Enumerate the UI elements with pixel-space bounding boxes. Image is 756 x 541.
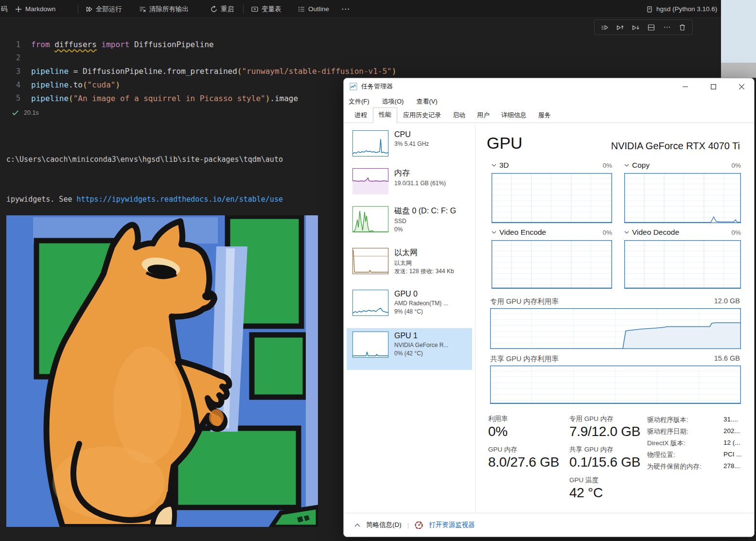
task-manager-icon [350,83,357,90]
tab-bar: 进程 性能 应用历史记录 启动 用户 详细信息 服务 [344,108,754,123]
chart-label-copy: Copy0% [624,161,741,170]
menu-file[interactable]: 文件(F) [349,97,369,106]
detail-driver-date: 驱动程序日期:202... [647,427,740,436]
detail-driver-version: 驱动程序版本:31.... [647,416,740,424]
detail-hardware-reserved-memory: 为硬件保留的内存:278... [647,462,740,471]
chart-label-video-decode: Video Decode0% [624,228,741,237]
menu-view[interactable]: 查看(V) [416,97,437,106]
sidebar-item-ethernet[interactable]: 以太网以太网发送: 128 接收: 344 Kb [347,244,472,286]
stat-utilization: 利用率0% [488,415,508,439]
outline-button[interactable]: Outline [298,0,329,18]
chevron-down-icon [492,231,496,234]
cpu-sparkline [352,130,388,157]
stat-shared-memory: 共享 GPU 内存0.1/15.6 GB [569,445,640,470]
toolbar-separator [78,4,78,14]
memory-sparkline [352,168,388,194]
success-check-icon [12,109,19,116]
line-number: 1 [0,40,31,49]
kernel-icon [646,5,653,13]
desktop: { "vscode": { "toolbar": { "partial": "码… [0,0,756,541]
menu-options[interactable]: 选项(O) [382,97,404,106]
run-all-icon [85,5,93,13]
run-all-button[interactable]: 全部运行 [85,0,122,18]
task-manager-footer: 简略信息(D) | 打开资源监视器 [344,513,754,537]
chevron-down-icon [624,231,629,234]
background-window-pane [721,0,756,63]
sidebar-item-cpu[interactable]: CPU3% 5.41 GHz [347,127,472,165]
clear-outputs-button[interactable]: 清除所有输出 [139,0,189,18]
maximize-button[interactable] [702,78,724,95]
window-title: 任务管理器 [361,82,393,91]
notebook-toolbar: 码 Markdown 全部运行 清除所有输出 重启 变量表 Outline ⋯ … [0,0,721,18]
restart-button[interactable]: 重启 [210,0,234,18]
tab-users[interactable]: 用户 [471,108,495,122]
stat-dedicated-memory: 专用 GPU 内存7.9/12.0 GB [569,415,640,439]
more-actions-button[interactable]: ⋯ [341,0,350,18]
clear-outputs-icon [139,5,146,13]
add-markdown-button[interactable]: Markdown [15,0,55,18]
line-number: 4 [0,81,31,89]
restart-icon [210,5,218,13]
chevron-down-icon [492,164,496,167]
detail-physical-location: 物理位置:PCI ... [647,451,740,459]
gpu-performance-panel: GPU NVIDIA GeForce RTX 4070 Ti 3D0% Copy… [482,123,754,512]
delete-cell-icon[interactable] [678,22,687,32]
tab-startup[interactable]: 启动 [447,108,471,122]
sidebar-item-gpu1[interactable]: GPU 1NVIDIA GeForce R...0% (42 °C) [347,328,472,370]
shared-memory-chart [490,366,741,404]
variables-button[interactable]: 变量表 [251,0,281,18]
chevron-up-icon [354,523,360,527]
resource-monitor-icon [415,521,423,529]
kernel-label: hgsd (Python 3.10.6) [656,5,717,13]
run-above-icon[interactable] [615,22,625,32]
shared-memory-label: 共享 GPU 内存利用率 [490,354,559,364]
variables-icon [251,5,259,13]
plus-icon [15,5,22,13]
kernel-picker[interactable]: hgsd (Python 3.10.6) [646,0,717,18]
cell-execution-status: 20.1s [12,109,39,116]
stat-gpu-memory: GPU 内存8.0/27.6 GB [488,445,559,470]
toolbar-separator [243,4,244,14]
code-line: 1from diffusers import DiffusionPipeline [0,38,720,52]
run-by-line-icon[interactable] [599,22,609,32]
sidebar-item-memory[interactable]: 内存19.0/31.1 GB (61%) [347,165,472,203]
outline-icon [298,5,305,13]
3d-usage-chart [492,173,612,223]
tab-details[interactable]: 详细信息 [495,108,532,122]
sidebar-divider [475,124,475,512]
performance-sidebar: CPU3% 5.41 GHz 内存19.0/31.1 GB (61%) 磁盘 0… [347,127,472,370]
background-window-strip [721,63,756,78]
gpu-heading: GPU [487,134,523,153]
cell-toolbar: ⋯ [594,19,693,35]
dedicated-memory-chart [490,308,741,349]
chart-label-video-encode: Video Encode0% [492,228,612,237]
chevron-down-icon [624,164,629,167]
video-decode-chart [624,240,741,289]
dedicated-memory-label: 专用 GPU 内存利用率 [490,297,559,306]
sidebar-item-gpu0[interactable]: GPU 0AMD Radeon(TM) ...9% (48 °C) [347,286,472,328]
stat-gpu-temperature: GPU 温度42 °C [569,476,603,501]
split-cell-icon[interactable] [647,22,656,32]
tab-processes[interactable]: 进程 [349,108,373,122]
chart-label-3d: 3D0% [492,161,612,170]
tab-performance[interactable]: 性能 [373,107,397,123]
dedicated-memory-max: 12.0 GB [714,297,740,305]
gpu-device-name: NVIDIA GeForce RTX 4070 Ti [611,140,740,152]
tab-services[interactable]: 服务 [532,108,557,122]
close-button[interactable] [730,78,753,95]
minimize-button[interactable] [674,78,696,95]
run-below-icon[interactable] [631,22,640,32]
copy-usage-chart [624,173,741,223]
disk-sparkline [352,206,388,232]
shared-memory-max: 15.6 GB [714,354,740,362]
video-encode-chart [492,240,612,289]
more-actions-icon[interactable]: ⋯ [662,22,672,32]
output-link[interactable]: https://ipywidgets.readthedocs.io/en/sta… [77,195,283,204]
open-resource-monitor-link[interactable]: 打开资源监视器 [429,521,475,529]
gpu1-sparkline [352,332,388,358]
sidebar-item-disk[interactable]: 磁盘 0 (D: C: F: GSSD0% [347,203,472,244]
add-code-button-partial[interactable]: 码 [1,0,8,18]
fewer-details-button[interactable]: 简略信息(D) [366,521,402,529]
title-bar[interactable]: 任务管理器 [344,78,754,95]
tab-app-history[interactable]: 应用历史记录 [397,108,447,122]
